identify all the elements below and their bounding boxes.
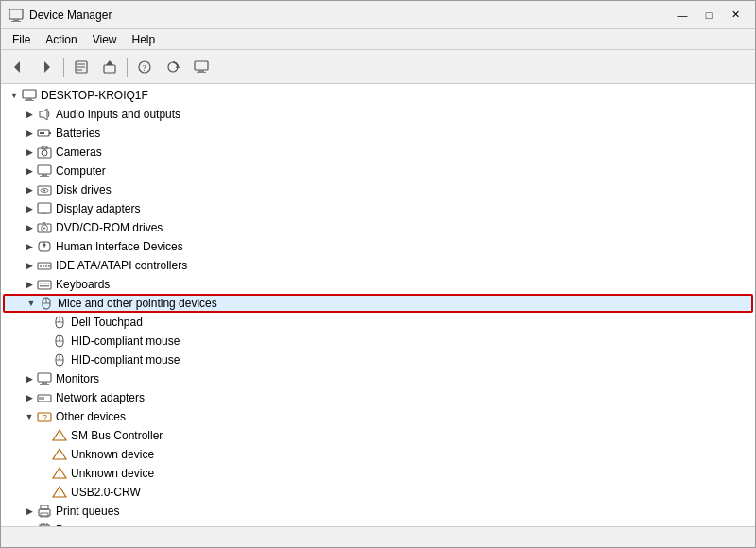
toolbar-sep-1 — [63, 58, 64, 77]
computer-expand[interactable] — [22, 163, 37, 179]
computer-label: Computer — [56, 164, 106, 178]
svg-rect-1 — [13, 19, 19, 21]
disk-expand[interactable] — [22, 182, 37, 197]
hid-expand[interactable] — [22, 239, 37, 254]
svg-rect-35 — [42, 213, 47, 214]
dvd-label: DVD/CD-ROM drives — [56, 221, 163, 234]
tree-item-dvd[interactable]: DVD/CD-ROM drives — [3, 218, 753, 237]
network-icon — [37, 390, 52, 405]
audio-expand[interactable] — [22, 107, 37, 122]
svg-rect-2 — [11, 21, 21, 22]
svg-rect-45 — [43, 265, 44, 267]
tree-item-ide[interactable]: IDE ATA/ATAPI controllers — [3, 256, 753, 275]
title-bar: Device Manager — □ ✕ — [1, 1, 755, 29]
keyboard-icon — [37, 277, 52, 292]
tree-item-unknown1[interactable]: ! Unknown device — [3, 445, 753, 464]
tree-item-batteries[interactable]: Batteries — [3, 124, 753, 143]
svg-point-26 — [42, 150, 47, 156]
ide-expand[interactable] — [22, 258, 37, 273]
unknown1-label: Unknown device — [71, 448, 154, 461]
svg-rect-15 — [195, 61, 208, 70]
tree-item-keyboards[interactable]: Keyboards — [3, 275, 753, 294]
svg-rect-29 — [42, 174, 47, 176]
svg-rect-24 — [40, 132, 44, 134]
tree-root[interactable]: DESKTOP-KROIQ1F — [3, 86, 753, 105]
root-label: DESKTOP-KROIQ1F — [41, 89, 148, 102]
svg-rect-50 — [43, 283, 44, 284]
svg-rect-84 — [41, 505, 48, 509]
network-expand[interactable] — [22, 390, 37, 405]
svg-rect-46 — [45, 265, 47, 267]
svg-point-42 — [43, 244, 46, 247]
update-driver-button[interactable] — [96, 54, 123, 80]
svg-rect-9 — [104, 65, 115, 73]
disk-icon — [37, 182, 52, 197]
unknown1-expand — [37, 447, 52, 462]
tree-item-hid[interactable]: Human Interface Devices — [3, 237, 753, 256]
toolbar-sep-2 — [127, 58, 128, 77]
svg-rect-17 — [197, 72, 206, 73]
tree-item-cameras[interactable]: Cameras — [3, 143, 753, 162]
tree-item-display[interactable]: Display adapters — [3, 199, 753, 218]
svg-rect-19 — [26, 98, 32, 100]
tree-item-computer[interactable]: Computer — [3, 162, 753, 180]
tree-item-smbus[interactable]: ! SM Bus Controller — [3, 426, 753, 445]
print-expand[interactable] — [22, 504, 37, 519]
audio-label: Audio inputs and outputs — [56, 108, 180, 121]
menu-view[interactable]: View — [85, 31, 125, 48]
svg-rect-66 — [38, 373, 51, 382]
forward-button[interactable] — [33, 54, 60, 80]
tree-item-touchpad[interactable]: Dell Touchpad — [3, 313, 753, 332]
tree-item-audio[interactable]: Audio inputs and outputs — [3, 105, 753, 124]
menu-file[interactable]: File — [5, 31, 38, 48]
smbus-icon: ! — [52, 428, 67, 443]
svg-rect-52 — [48, 283, 49, 284]
device-manager-button[interactable] — [188, 54, 215, 80]
back-button[interactable] — [5, 54, 31, 80]
batteries-expand[interactable] — [22, 126, 37, 141]
cameras-expand[interactable] — [22, 145, 37, 160]
tree-item-unknown2[interactable]: ! Unknown device — [3, 464, 753, 483]
minimize-button[interactable]: — — [670, 6, 695, 25]
properties-button[interactable] — [68, 54, 94, 80]
svg-rect-20 — [25, 100, 34, 101]
close-button[interactable]: ✕ — [723, 6, 747, 25]
tree-item-hid-mouse-2[interactable]: HID-compliant mouse — [3, 351, 753, 369]
camera-icon — [37, 145, 52, 160]
svg-rect-44 — [40, 265, 42, 267]
monitors-expand[interactable] — [22, 371, 37, 386]
tree-item-mice[interactable]: Mice and other pointing devices — [3, 294, 753, 313]
hid-mouse2-label: HID-compliant mouse — [71, 353, 180, 367]
hid-mouse1-label: HID-compliant mouse — [71, 334, 180, 348]
display-expand[interactable] — [22, 201, 37, 216]
menu-help[interactable]: Help — [125, 31, 163, 48]
device-manager-window: Device Manager — □ ✕ File Action View He… — [0, 0, 756, 548]
tree-item-other[interactable]: ? Other devices — [3, 407, 753, 426]
tree-item-network[interactable]: Network adapters — [3, 388, 753, 407]
ide-icon — [37, 258, 52, 273]
help-button[interactable]: ? — [131, 54, 158, 80]
keyboards-expand[interactable] — [22, 277, 37, 292]
tree-item-usb[interactable]: ! USB2.0-CRW — [3, 483, 753, 502]
scan-button[interactable] — [160, 54, 186, 80]
menu-action[interactable]: Action — [38, 31, 84, 48]
tree-pane[interactable]: DESKTOP-KROIQ1F Audio inputs and outputs — [1, 84, 755, 526]
svg-rect-47 — [48, 265, 50, 267]
svg-rect-48 — [38, 281, 51, 289]
root-expand-arrow[interactable] — [7, 88, 22, 103]
tree-item-hid-mouse-1[interactable]: HID-compliant mouse — [3, 332, 753, 351]
tree-item-print[interactable]: Print queues — [3, 502, 753, 521]
svg-point-38 — [43, 228, 45, 230]
svg-rect-53 — [40, 285, 49, 287]
other-expand[interactable] — [22, 409, 37, 424]
tree-item-disk[interactable]: Disk drives — [3, 180, 753, 199]
maximize-button[interactable]: □ — [696, 6, 721, 25]
dvd-expand[interactable] — [22, 220, 37, 235]
other-icon: ? — [37, 409, 52, 424]
svg-text:!: ! — [59, 488, 61, 498]
status-bar — [1, 526, 755, 547]
display-label: Display adapters — [56, 202, 140, 215]
tree-item-monitors[interactable]: Monitors — [3, 369, 753, 388]
mice-expand[interactable] — [24, 296, 39, 311]
usb-label: USB2.0-CRW — [71, 486, 141, 499]
